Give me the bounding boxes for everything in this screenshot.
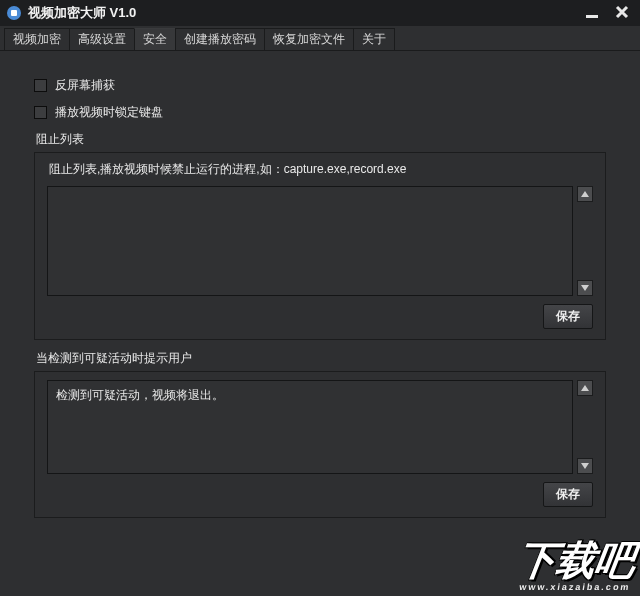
app-icon [6, 5, 22, 21]
suspicious-scrollbar [577, 380, 593, 474]
block-list-section: 阻止列表 阻止列表,播放视频时候禁止运行的进程,如：capture.exe,re… [34, 131, 606, 340]
tab-create-password[interactable]: 创建播放密码 [175, 28, 265, 50]
tab-video-encrypt[interactable]: 视频加密 [4, 28, 70, 50]
block-list-scrollbar [577, 186, 593, 296]
scroll-up-button[interactable] [577, 380, 593, 396]
close-button[interactable] [612, 2, 632, 22]
lock-keyboard-label: 播放视频时锁定键盘 [55, 104, 163, 121]
block-list-title: 阻止列表 [36, 131, 606, 148]
block-list-save-button[interactable]: 保存 [543, 304, 593, 329]
watermark: 下载吧 www.xiazaiba.com [513, 533, 638, 592]
block-list-hint: 阻止列表,播放视频时候禁止运行的进程,如：capture.exe,record.… [49, 161, 593, 178]
watermark-url: www.xiazaiba.com [513, 582, 631, 592]
tab-about[interactable]: 关于 [353, 28, 395, 50]
window-controls [582, 2, 632, 22]
tab-restore[interactable]: 恢复加密文件 [264, 28, 354, 50]
scroll-up-button[interactable] [577, 186, 593, 202]
scroll-down-button[interactable] [577, 280, 593, 296]
suspicious-group: 保存 [34, 371, 606, 518]
svg-rect-2 [586, 15, 598, 18]
block-list-group: 阻止列表,播放视频时候禁止运行的进程,如：capture.exe,record.… [34, 152, 606, 340]
lock-keyboard-row: 播放视频时锁定键盘 [34, 104, 606, 121]
suspicious-section: 当检测到可疑活动时提示用户 保存 [34, 350, 606, 518]
content-area: 反屏幕捕获 播放视频时锁定键盘 阻止列表 阻止列表,播放视频时候禁止运行的进程,… [0, 51, 640, 530]
tab-advanced[interactable]: 高级设置 [69, 28, 135, 50]
block-list-textarea-wrap [47, 186, 593, 296]
anti-capture-checkbox[interactable] [34, 79, 47, 92]
suspicious-save-button[interactable]: 保存 [543, 482, 593, 507]
minimize-button[interactable] [582, 2, 602, 22]
title-bar: 视频加密大师 V1.0 [0, 0, 640, 26]
app-window: 视频加密大师 V1.0 视频加密 高级设置 安全 创建播放密码 恢复加密文件 关… [0, 0, 640, 596]
suspicious-button-row: 保存 [47, 482, 593, 507]
window-title: 视频加密大师 V1.0 [28, 4, 136, 22]
anti-capture-label: 反屏幕捕获 [55, 77, 115, 94]
watermark-text: 下载吧 [514, 538, 637, 583]
tab-security[interactable]: 安全 [134, 28, 176, 50]
block-list-button-row: 保存 [47, 304, 593, 329]
suspicious-textarea-wrap [47, 380, 593, 474]
scroll-down-button[interactable] [577, 458, 593, 474]
svg-rect-1 [11, 10, 17, 16]
lock-keyboard-checkbox[interactable] [34, 106, 47, 119]
tab-bar: 视频加密 高级设置 安全 创建播放密码 恢复加密文件 关于 [0, 26, 640, 51]
anti-capture-row: 反屏幕捕获 [34, 77, 606, 94]
block-list-textarea[interactable] [47, 186, 573, 296]
suspicious-textarea[interactable] [47, 380, 573, 474]
suspicious-title: 当检测到可疑活动时提示用户 [36, 350, 606, 367]
